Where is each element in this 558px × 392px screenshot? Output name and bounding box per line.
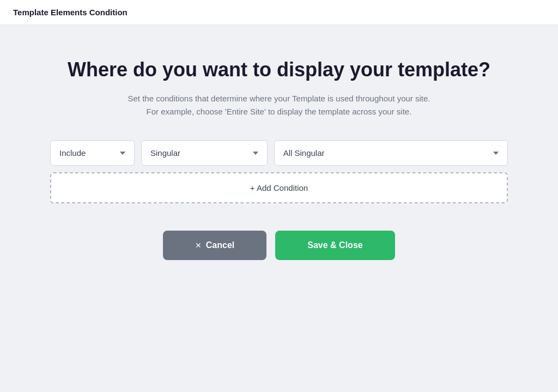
page-description: Set the conditions that determine where … [128, 92, 430, 118]
all-singular-dropdown[interactable]: All Singular [274, 140, 508, 166]
singular-dropdown[interactable]: Singular [141, 140, 268, 166]
include-dropdown[interactable]: Include [50, 140, 135, 166]
conditions-row: Include Singular All Singular [50, 140, 508, 166]
add-condition-button[interactable]: + Add Condition [50, 172, 508, 203]
chevron-down-icon [253, 152, 258, 155]
description-line2: For example, choose 'Entire Site' to dis… [147, 107, 412, 116]
chevron-down-icon [120, 152, 125, 155]
include-dropdown-label: Include [59, 148, 86, 158]
x-icon: ✕ [195, 241, 202, 250]
singular-dropdown-label: Singular [150, 148, 180, 158]
cancel-button[interactable]: ✕ Cancel [163, 231, 266, 260]
button-row: ✕ Cancel Save & Close [163, 231, 395, 260]
main-content: Where do you want to display your templa… [0, 25, 558, 282]
description-line1: Set the conditions that determine where … [128, 94, 430, 103]
header: Template Elements Condition [0, 0, 558, 25]
header-title: Template Elements Condition [13, 8, 128, 17]
chevron-down-icon [493, 152, 499, 155]
page-heading: Where do you want to display your templa… [68, 58, 490, 81]
cancel-label: Cancel [206, 240, 234, 250]
all-singular-dropdown-label: All Singular [283, 148, 325, 158]
save-close-button[interactable]: Save & Close [275, 231, 395, 260]
